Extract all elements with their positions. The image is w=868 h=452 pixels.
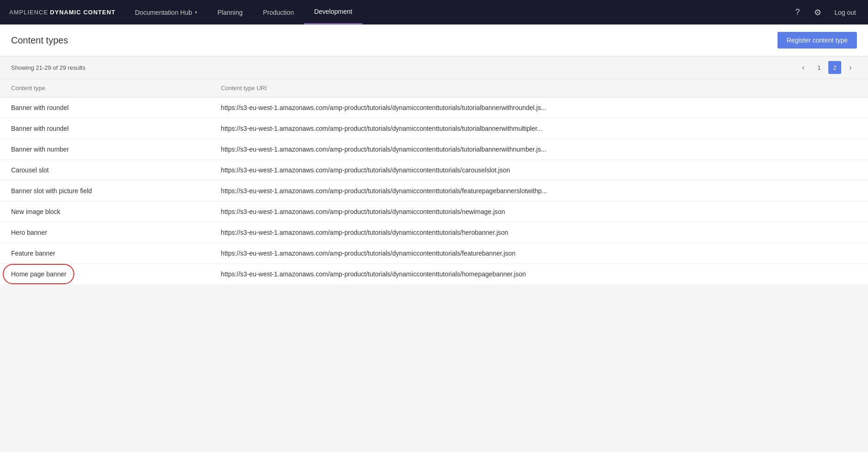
col-header-type: Content type xyxy=(0,79,210,98)
content-type-name: Carousel slot xyxy=(0,160,210,181)
results-count: Showing 21-29 of 29 results xyxy=(11,64,85,71)
brand-name-part2: DYNAMIC CONTENT xyxy=(50,9,115,16)
table-row[interactable]: Banner slot with picture fieldhttps://s3… xyxy=(0,181,868,202)
table-area: Showing 21-29 of 29 results ‹ 12› Conten… xyxy=(0,56,868,284)
page-number-2[interactable]: 2 xyxy=(828,61,841,74)
table-row[interactable]: Carousel slothttps://s3-eu-west-1.amazon… xyxy=(0,160,868,181)
page-title: Content types xyxy=(11,35,68,46)
content-type-uri: https://s3-eu-west-1.amazonaws.com/amp-p… xyxy=(210,160,868,181)
help-button[interactable]: ? xyxy=(789,4,806,21)
content-type-uri: https://s3-eu-west-1.amazonaws.com/amp-p… xyxy=(210,264,868,285)
content-type-uri: https://s3-eu-west-1.amazonaws.com/amp-p… xyxy=(210,139,868,160)
nav-item-documentation-hub[interactable]: Documentation Hub▾ xyxy=(125,0,207,24)
content-type-name: Banner slot with picture field xyxy=(0,181,210,202)
content-type-uri: https://s3-eu-west-1.amazonaws.com/amp-p… xyxy=(210,243,868,264)
table-body: Banner with roundelhttps://s3-eu-west-1.… xyxy=(0,98,868,285)
top-navigation: AMPLIENCE DYNAMIC CONTENT Documentation … xyxy=(0,0,868,24)
content-type-uri: https://s3-eu-west-1.amazonaws.com/amp-p… xyxy=(210,202,868,222)
dropdown-arrow-icon: ▾ xyxy=(195,10,197,15)
highlight-circle xyxy=(3,264,74,284)
table-row[interactable]: Hero bannerhttps://s3-eu-west-1.amazonaw… xyxy=(0,222,868,243)
brand-logo: AMPLIENCE DYNAMIC CONTENT xyxy=(0,0,125,24)
content-type-uri: https://s3-eu-west-1.amazonaws.com/amp-p… xyxy=(210,222,868,243)
content-type-name: Banner with roundel xyxy=(0,118,210,139)
nav-right: ? ⚙ Log out xyxy=(782,4,868,21)
prev-page-button[interactable]: ‹ xyxy=(797,61,810,74)
next-page-button[interactable]: › xyxy=(844,61,857,74)
content-type-name: Home page banner xyxy=(0,264,210,285)
content-type-name: Hero banner xyxy=(0,222,210,243)
table-row[interactable]: Banner with roundelhttps://s3-eu-west-1.… xyxy=(0,118,868,139)
table-header: Content type Content type URI xyxy=(0,79,868,98)
table-row[interactable]: Home page bannerhttps://s3-eu-west-1.ama… xyxy=(0,264,868,285)
content-type-name: Banner with roundel xyxy=(0,98,210,118)
table-row[interactable]: Feature bannerhttps://s3-eu-west-1.amazo… xyxy=(0,243,868,264)
brand-name-part1: AMPLIENCE xyxy=(9,9,48,16)
table-row[interactable]: New image blockhttps://s3-eu-west-1.amaz… xyxy=(0,202,868,222)
content-type-uri: https://s3-eu-west-1.amazonaws.com/amp-p… xyxy=(210,181,868,202)
table-row[interactable]: Banner with numberhttps://s3-eu-west-1.a… xyxy=(0,139,868,160)
logout-button[interactable]: Log out xyxy=(830,6,861,19)
content-types-table: Content type Content type URI Banner wit… xyxy=(0,79,868,284)
page-number-1[interactable]: 1 xyxy=(813,61,826,74)
settings-button[interactable]: ⚙ xyxy=(809,4,826,21)
content-type-name: Feature banner xyxy=(0,243,210,264)
register-content-type-button[interactable]: Register content type xyxy=(778,32,857,49)
content-type-name: New image block xyxy=(0,202,210,222)
table-row[interactable]: Banner with roundelhttps://s3-eu-west-1.… xyxy=(0,98,868,118)
nav-item-production[interactable]: Production xyxy=(253,0,304,24)
col-header-uri: Content type URI xyxy=(210,79,868,98)
nav-item-planning[interactable]: Planning xyxy=(207,0,253,24)
nav-item-development[interactable]: Development xyxy=(304,0,362,24)
content-type-uri: https://s3-eu-west-1.amazonaws.com/amp-p… xyxy=(210,118,868,139)
page-header: Content types Register content type xyxy=(0,24,868,56)
content-type-uri: https://s3-eu-west-1.amazonaws.com/amp-p… xyxy=(210,98,868,118)
nav-items: Documentation Hub▾PlanningProductionDeve… xyxy=(125,0,782,24)
pagination-controls: ‹ 12› xyxy=(797,61,857,74)
pagination-bar: Showing 21-29 of 29 results ‹ 12› xyxy=(0,56,868,79)
content-type-name: Banner with number xyxy=(0,139,210,160)
